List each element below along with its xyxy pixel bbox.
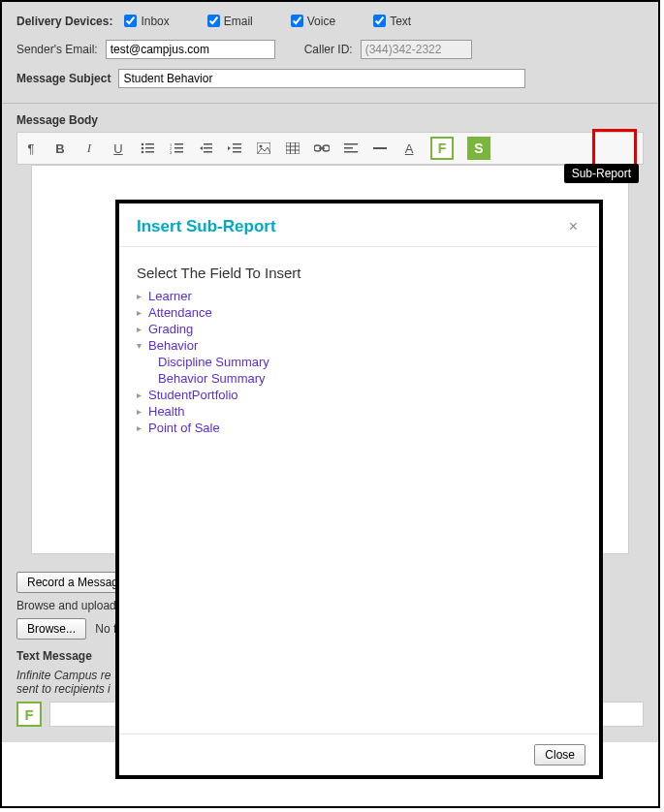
- svg-rect-11: [174, 151, 183, 153]
- bold-icon[interactable]: B: [52, 141, 68, 156]
- form-area: Delivery Devices: Inbox Email Voice Text…: [2, 2, 658, 104]
- delivery-row: Delivery Devices: Inbox Email Voice Text: [16, 12, 644, 30]
- pilcrow-icon[interactable]: ¶: [23, 141, 39, 156]
- svg-marker-16: [228, 146, 231, 150]
- svg-point-2: [142, 147, 144, 150]
- table-icon[interactable]: [285, 141, 300, 156]
- svg-rect-14: [204, 147, 212, 149]
- highlight-box: [592, 129, 637, 168]
- number-list-icon[interactable]: 123: [169, 141, 184, 156]
- tree-learner[interactable]: ▸Learner: [137, 289, 582, 303]
- svg-rect-30: [344, 143, 358, 145]
- body-label: Message Body: [2, 104, 658, 132]
- svg-point-0: [142, 143, 144, 146]
- subreport-tooltip: Sub-Report: [564, 164, 639, 183]
- tree-behavior-children: Discipline Summary Behavior Summary: [158, 355, 582, 386]
- field-button-lower[interactable]: F: [16, 702, 42, 727]
- modal-header: Insert Sub-Report ×: [119, 203, 599, 247]
- insert-subreport-modal: Insert Sub-Report × Select The Field To …: [116, 201, 602, 778]
- svg-rect-1: [145, 143, 154, 145]
- rich-text-toolbar: ¶ B I U 123: [16, 132, 644, 165]
- font-color-icon[interactable]: A: [401, 141, 417, 156]
- link-icon[interactable]: [314, 141, 330, 156]
- underline-icon[interactable]: U: [111, 141, 126, 156]
- svg-rect-32: [344, 151, 358, 153]
- sender-email-input[interactable]: [106, 40, 275, 59]
- tree-grading[interactable]: ▸Grading: [137, 322, 582, 336]
- chk-text[interactable]: Text: [369, 12, 411, 30]
- svg-marker-12: [200, 146, 203, 150]
- tree-point-of-sale[interactable]: ▸Point of Sale: [137, 421, 582, 435]
- chk-email[interactable]: Email: [204, 12, 253, 30]
- field-button[interactable]: F: [430, 137, 454, 160]
- bullet-list-icon[interactable]: [140, 141, 155, 156]
- subject-label: Message Subject: [16, 72, 111, 85]
- svg-rect-5: [145, 151, 154, 153]
- modal-body: Select The Field To Insert ▸Learner ▸Att…: [119, 247, 599, 734]
- align-icon[interactable]: [343, 141, 359, 156]
- tree-studentportfolio[interactable]: ▸StudentPortfolio: [137, 388, 582, 402]
- subject-input[interactable]: [118, 69, 525, 88]
- italic-icon[interactable]: I: [81, 141, 97, 156]
- tree-behavior[interactable]: ▾Behavior: [137, 338, 582, 353]
- sender-row: Sender's Email: Caller ID:: [16, 40, 644, 59]
- svg-rect-13: [204, 143, 212, 145]
- image-icon[interactable]: [256, 141, 271, 156]
- tree-discipline-summary[interactable]: Discipline Summary: [158, 355, 582, 369]
- svg-point-4: [142, 151, 144, 154]
- tree-health[interactable]: ▸Health: [137, 404, 582, 419]
- caller-id-input: [361, 40, 472, 59]
- svg-rect-18: [233, 147, 241, 149]
- svg-rect-17: [233, 143, 241, 145]
- chk-voice[interactable]: Voice: [287, 12, 335, 30]
- select-field-label: Select The Field To Insert: [137, 265, 582, 281]
- subject-row: Message Subject: [16, 69, 644, 88]
- caller-label: Caller ID:: [304, 43, 353, 56]
- svg-rect-19: [233, 151, 241, 153]
- sender-label: Sender's Email:: [16, 43, 98, 56]
- hr-icon[interactable]: [372, 141, 388, 156]
- svg-rect-31: [344, 147, 353, 149]
- modal-title: Insert Sub-Report: [137, 217, 276, 236]
- svg-rect-3: [145, 147, 154, 149]
- app-frame: Delivery Devices: Inbox Email Voice Text…: [0, 0, 660, 808]
- svg-point-21: [260, 145, 263, 148]
- svg-rect-7: [174, 143, 183, 145]
- svg-rect-22: [286, 142, 300, 154]
- subreport-button[interactable]: S: [467, 137, 490, 160]
- delivery-label: Delivery Devices:: [16, 15, 112, 28]
- browse-button[interactable]: Browse...: [16, 618, 86, 640]
- svg-rect-33: [373, 147, 387, 149]
- modal-close-x[interactable]: ×: [565, 218, 582, 235]
- indent-icon[interactable]: [227, 141, 242, 156]
- tree-behavior-summary[interactable]: Behavior Summary: [158, 371, 582, 386]
- outdent-icon[interactable]: [198, 141, 213, 156]
- tree-attendance[interactable]: ▸Attendance: [137, 305, 582, 320]
- field-tree: ▸Learner ▸Attendance ▸Grading ▾Behavior …: [137, 289, 582, 435]
- chk-inbox[interactable]: Inbox: [120, 12, 169, 30]
- modal-footer: Close: [119, 734, 599, 775]
- modal-close-button[interactable]: Close: [534, 744, 585, 765]
- svg-text:3: 3: [170, 150, 173, 154]
- svg-rect-9: [174, 147, 183, 149]
- svg-rect-15: [204, 151, 212, 153]
